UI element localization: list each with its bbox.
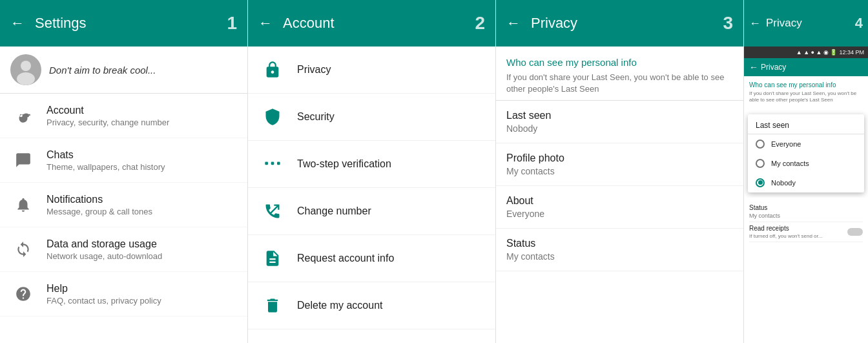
sidebar-item-notifications[interactable]: Notifications Message, group & call tone… bbox=[0, 183, 247, 227]
settings-header: ← Settings 1 bbox=[0, 0, 247, 47]
last-seen-title: Last seen bbox=[506, 110, 733, 121]
account-panel: ← Account 2 Privacy Security bbox=[248, 0, 496, 343]
privacy-label: Privacy bbox=[297, 64, 331, 76]
lock-icon bbox=[261, 58, 284, 81]
notifications-title: Notifications bbox=[46, 194, 152, 205]
doc-icon bbox=[261, 247, 284, 270]
sidebar-item-data[interactable]: Data and storage usage Network usage, au… bbox=[0, 227, 247, 272]
privacy-title-header: Privacy bbox=[531, 15, 723, 32]
two-step-label: Two-step verification bbox=[297, 158, 391, 170]
dialog-option-my-contacts[interactable]: My contacts bbox=[748, 154, 864, 173]
dialog-option-everyone[interactable]: Everyone bbox=[748, 134, 864, 154]
about-value: Everyone bbox=[506, 209, 733, 219]
privacy-panel: ← Privacy 3 Who can see my personal info… bbox=[496, 0, 744, 343]
my-contacts-radio[interactable] bbox=[756, 159, 765, 168]
read-receipts-desc: If turned off, you won't send or... bbox=[749, 233, 845, 239]
bell-icon bbox=[10, 192, 36, 218]
account-text: Account Privacy, security, change number bbox=[46, 105, 169, 127]
help-text: Help FAQ, contact us, privacy policy bbox=[46, 283, 161, 306]
dialog-option-nobody[interactable]: Nobody bbox=[748, 173, 864, 192]
account-header: ← Account 2 bbox=[248, 0, 495, 47]
dots-icon bbox=[261, 152, 284, 176]
panel4-back-arrow[interactable]: ← bbox=[749, 17, 761, 30]
account-item-privacy[interactable]: Privacy bbox=[248, 47, 495, 94]
account-step: 2 bbox=[475, 13, 485, 34]
delete-account-label: Delete my account bbox=[297, 300, 383, 311]
personal-info-title: Who can see my personal info bbox=[506, 57, 733, 68]
avatar bbox=[10, 54, 41, 85]
status-bar: ▲ ▲ ● ▲ ◉ 🔋 12:34 PM bbox=[744, 47, 868, 58]
key-icon bbox=[10, 103, 36, 129]
last-seen-value: Nobody bbox=[506, 123, 733, 134]
personal-info-desc: If you don't share your Last Seen, you w… bbox=[506, 72, 733, 95]
profile-bar[interactable]: Don't aim to break cool... bbox=[0, 47, 247, 94]
status-bottom-value: My contacts bbox=[749, 213, 863, 219]
privacy-back-arrow[interactable]: ← bbox=[506, 15, 521, 32]
request-info-label: Request account info bbox=[297, 253, 394, 264]
read-receipts-title: Read receipts bbox=[749, 225, 847, 232]
account-item-change-number[interactable]: Change number bbox=[248, 188, 495, 235]
svg-rect-3 bbox=[265, 162, 268, 165]
sidebar-item-help[interactable]: Help FAQ, contact us, privacy policy bbox=[0, 272, 247, 317]
personal-info-section: Who can see my personal info If you don'… bbox=[744, 76, 868, 109]
account-list: Privacy Security Two-step verification bbox=[248, 47, 495, 343]
account-item-two-step[interactable]: Two-step verification bbox=[248, 141, 495, 188]
privacy-item-profile-photo[interactable]: Profile photo My contacts bbox=[496, 143, 743, 186]
panel4-inner-title: Privacy bbox=[761, 63, 786, 72]
sync-icon bbox=[10, 236, 36, 262]
phone-edit-icon bbox=[261, 200, 284, 223]
account-title-header: Account bbox=[283, 15, 475, 32]
profile-photo-title: Profile photo bbox=[506, 152, 733, 164]
status-bar-time: 12:34 PM bbox=[839, 49, 864, 56]
bottom-section: Status My contacts Read receipts If turn… bbox=[744, 198, 868, 246]
account-back-arrow[interactable]: ← bbox=[258, 15, 273, 32]
notifications-text: Notifications Message, group & call tone… bbox=[46, 194, 152, 216]
panel4-content: ▲ ▲ ● ▲ ◉ 🔋 12:34 PM ← Privacy Who can s… bbox=[744, 47, 868, 343]
everyone-radio[interactable] bbox=[756, 140, 765, 149]
chats-title: Chats bbox=[46, 149, 165, 161]
status-bottom-title: Status bbox=[749, 204, 863, 211]
security-label: Security bbox=[297, 111, 335, 123]
privacy-item-last-seen[interactable]: Last seen Nobody bbox=[496, 101, 743, 143]
settings-list: Account Privacy, security, change number… bbox=[0, 94, 247, 343]
account-item-delete[interactable]: Delete my account bbox=[248, 282, 495, 329]
profile-photo-value: My contacts bbox=[506, 166, 733, 176]
settings-step: 1 bbox=[227, 13, 237, 34]
account-item-request-info[interactable]: Request account info bbox=[248, 235, 495, 282]
svg-point-1 bbox=[21, 61, 31, 71]
read-receipts-toggle[interactable] bbox=[847, 228, 863, 236]
privacy-section-header: Who can see my personal info If you don'… bbox=[496, 47, 743, 101]
notifications-subtitle: Message, group & call tones bbox=[46, 207, 152, 216]
about-title: About bbox=[506, 195, 733, 207]
privacy-item-status[interactable]: Status My contacts bbox=[496, 229, 743, 271]
account-title: Account bbox=[46, 105, 169, 116]
read-receipts-row: Read receipts If turned off, you won't s… bbox=[749, 222, 863, 242]
panel4-header: ← Privacy 4 bbox=[744, 0, 868, 47]
settings-panel: ← Settings 1 Don't aim to break cool... … bbox=[0, 0, 248, 343]
nobody-radio[interactable] bbox=[756, 178, 765, 187]
panel4-inner-back[interactable]: ← bbox=[749, 62, 758, 72]
account-subtitle: Privacy, security, change number bbox=[46, 118, 169, 127]
dialog-title: Last seen bbox=[748, 114, 864, 134]
panel4-title: Privacy bbox=[766, 17, 855, 30]
account-item-security[interactable]: Security bbox=[248, 94, 495, 141]
svg-rect-5 bbox=[277, 162, 280, 165]
profile-name: Don't aim to break cool... bbox=[49, 65, 156, 76]
status-title: Status bbox=[506, 238, 733, 249]
settings-title: Settings bbox=[35, 15, 227, 32]
panel4-step: 4 bbox=[855, 15, 863, 32]
status-value: My contacts bbox=[506, 251, 733, 262]
svg-rect-4 bbox=[271, 162, 274, 165]
privacy-list: Last seen Nobody Profile photo My contac… bbox=[496, 101, 743, 343]
privacy-header: ← Privacy 3 bbox=[496, 0, 743, 47]
personal-info-section-desc: If you don't share your Last Seen, you w… bbox=[749, 90, 863, 104]
chats-text: Chats Theme, wallpapers, chat history bbox=[46, 149, 165, 172]
chat-icon bbox=[10, 147, 36, 173]
privacy-item-about[interactable]: About Everyone bbox=[496, 186, 743, 229]
sidebar-item-account[interactable]: Account Privacy, security, change number bbox=[0, 94, 247, 138]
nobody-label: Nobody bbox=[771, 179, 796, 187]
sidebar-item-chats[interactable]: Chats Theme, wallpapers, chat history bbox=[0, 138, 247, 183]
trash-icon bbox=[261, 294, 284, 317]
settings-back-arrow[interactable]: ← bbox=[10, 15, 25, 32]
last-seen-dialog-card: Last seen Everyone My contacts Nobody bbox=[748, 114, 864, 192]
